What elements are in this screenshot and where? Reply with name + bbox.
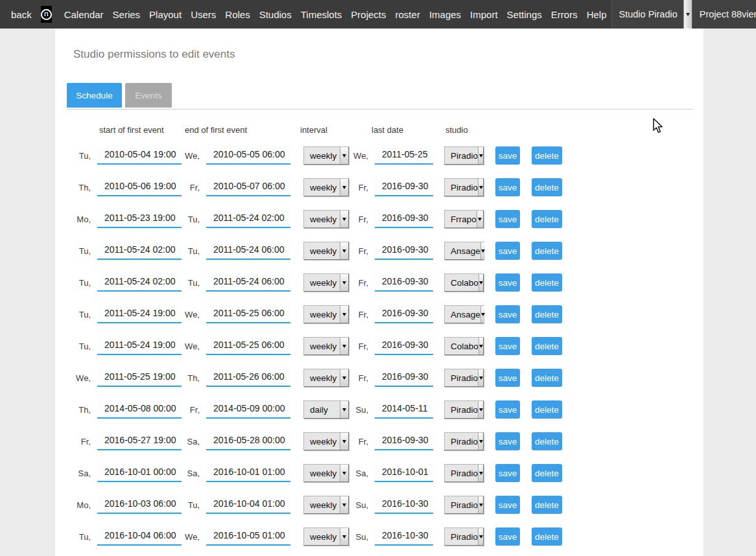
studio-row-select[interactable]: Ansage bbox=[444, 305, 484, 323]
last-date-input[interactable] bbox=[375, 273, 433, 292]
start-datetime-input[interactable] bbox=[97, 146, 182, 165]
end-datetime-input[interactable] bbox=[206, 178, 290, 196]
app-logo-icon[interactable]: Π bbox=[41, 6, 52, 23]
nav-item-projects[interactable]: Projects bbox=[346, 9, 390, 20]
nav-item-users[interactable]: Users bbox=[186, 9, 220, 20]
nav-item-timeslots[interactable]: Timeslots bbox=[296, 9, 347, 20]
nav-item-series[interactable]: Series bbox=[108, 9, 145, 20]
start-datetime-input[interactable] bbox=[97, 400, 182, 419]
nav-item-studios[interactable]: Studios bbox=[255, 9, 296, 20]
save-button[interactable]: save bbox=[495, 464, 520, 482]
nav-item-playout[interactable]: Playout bbox=[145, 9, 186, 20]
chevron-down-icon[interactable] bbox=[683, 0, 692, 29]
start-datetime-input[interactable] bbox=[97, 242, 182, 260]
back-link[interactable]: back bbox=[11, 9, 32, 20]
end-datetime-input[interactable] bbox=[206, 242, 290, 260]
last-date-input[interactable] bbox=[375, 337, 433, 355]
chevron-down-icon[interactable] bbox=[477, 211, 483, 227]
start-datetime-input[interactable] bbox=[97, 305, 182, 323]
studio-select[interactable]: Studio Piradio bbox=[611, 0, 692, 29]
chevron-down-icon[interactable] bbox=[478, 274, 483, 291]
delete-button[interactable]: delete bbox=[532, 337, 562, 355]
chevron-down-icon[interactable] bbox=[478, 465, 483, 481]
studio-row-select[interactable]: Ansage bbox=[444, 242, 484, 260]
studio-row-select[interactable]: Piradio bbox=[444, 527, 484, 546]
chevron-down-icon[interactable] bbox=[478, 528, 483, 545]
delete-button[interactable]: delete bbox=[532, 273, 562, 292]
studio-row-select[interactable]: Piradio bbox=[444, 496, 484, 514]
chevron-down-icon[interactable] bbox=[480, 306, 485, 323]
end-datetime-input[interactable] bbox=[206, 369, 290, 387]
nav-item-help[interactable]: Help bbox=[582, 9, 611, 20]
end-datetime-input[interactable] bbox=[206, 273, 290, 292]
start-datetime-input[interactable] bbox=[97, 210, 182, 228]
last-date-input[interactable] bbox=[375, 432, 433, 450]
last-date-input[interactable] bbox=[375, 305, 433, 323]
save-button[interactable]: save bbox=[495, 242, 520, 260]
start-datetime-input[interactable] bbox=[97, 178, 182, 196]
delete-button[interactable]: delete bbox=[532, 369, 562, 387]
studio-row-select[interactable]: Piradio bbox=[444, 146, 484, 165]
chevron-down-icon[interactable] bbox=[480, 242, 485, 259]
delete-button[interactable]: delete bbox=[532, 496, 562, 514]
delete-button[interactable]: delete bbox=[532, 527, 562, 546]
start-datetime-input[interactable] bbox=[97, 432, 182, 450]
last-date-input[interactable] bbox=[375, 210, 433, 228]
studio-row-select[interactable]: Piradio bbox=[444, 178, 484, 196]
delete-button[interactable]: delete bbox=[532, 305, 562, 323]
chevron-down-icon[interactable] bbox=[478, 401, 483, 418]
chevron-down-icon[interactable] bbox=[478, 433, 483, 450]
delete-button[interactable]: delete bbox=[532, 400, 562, 419]
nav-item-images[interactable]: Images bbox=[425, 9, 466, 20]
nav-item-roles[interactable]: Roles bbox=[220, 9, 254, 20]
start-datetime-input[interactable] bbox=[97, 496, 182, 514]
save-button[interactable]: save bbox=[495, 400, 520, 419]
end-datetime-input[interactable] bbox=[206, 146, 290, 165]
start-datetime-input[interactable] bbox=[97, 369, 182, 387]
studio-row-select[interactable]: Piradio bbox=[444, 400, 484, 419]
save-button[interactable]: save bbox=[495, 337, 520, 355]
last-date-input[interactable] bbox=[375, 464, 433, 482]
end-datetime-input[interactable] bbox=[206, 337, 290, 355]
last-date-input[interactable] bbox=[375, 400, 433, 419]
end-datetime-input[interactable] bbox=[206, 305, 290, 323]
chevron-down-icon[interactable] bbox=[478, 338, 483, 354]
last-date-input[interactable] bbox=[375, 496, 433, 514]
studio-row-select[interactable]: Piradio bbox=[444, 369, 484, 387]
studio-row-select[interactable]: Colabo bbox=[444, 337, 484, 355]
end-datetime-input[interactable] bbox=[206, 527, 290, 546]
start-datetime-input[interactable] bbox=[97, 464, 182, 482]
end-datetime-input[interactable] bbox=[206, 400, 290, 419]
save-button[interactable]: save bbox=[495, 273, 520, 292]
save-button[interactable]: save bbox=[495, 146, 520, 165]
end-datetime-input[interactable] bbox=[206, 464, 290, 482]
nav-item-import[interactable]: Import bbox=[466, 9, 502, 20]
delete-button[interactable]: delete bbox=[532, 146, 562, 165]
save-button[interactable]: save bbox=[495, 496, 520, 514]
last-date-input[interactable] bbox=[375, 178, 433, 196]
chevron-down-icon[interactable] bbox=[478, 147, 483, 164]
save-button[interactable]: save bbox=[495, 527, 520, 546]
tab-schedule[interactable]: Schedule bbox=[67, 83, 122, 108]
delete-button[interactable]: delete bbox=[532, 432, 562, 450]
end-datetime-input[interactable] bbox=[206, 496, 290, 514]
nav-item-settings[interactable]: Settings bbox=[502, 9, 547, 20]
studio-row-select[interactable]: Colabo bbox=[444, 273, 484, 292]
tab-events[interactable]: Events bbox=[125, 83, 172, 108]
chevron-down-icon[interactable] bbox=[478, 179, 483, 196]
start-datetime-input[interactable] bbox=[97, 527, 182, 546]
studio-row-select[interactable]: Piradio bbox=[444, 432, 484, 450]
nav-item-calendar[interactable]: Calendar bbox=[60, 9, 108, 20]
studio-row-select[interactable]: Frrapo bbox=[444, 210, 484, 228]
nav-item-errors[interactable]: Errors bbox=[547, 9, 582, 20]
delete-button[interactable]: delete bbox=[532, 464, 562, 482]
end-datetime-input[interactable] bbox=[206, 210, 290, 228]
save-button[interactable]: save bbox=[495, 178, 520, 196]
chevron-down-icon[interactable] bbox=[478, 369, 483, 386]
delete-button[interactable]: delete bbox=[532, 242, 562, 260]
studio-row-select[interactable]: Piradio bbox=[444, 464, 484, 482]
project-select[interactable]: Project 88vier bbox=[692, 0, 756, 29]
save-button[interactable]: save bbox=[495, 210, 520, 228]
nav-item-roster[interactable]: roster bbox=[391, 9, 425, 20]
last-date-input[interactable] bbox=[375, 527, 433, 546]
